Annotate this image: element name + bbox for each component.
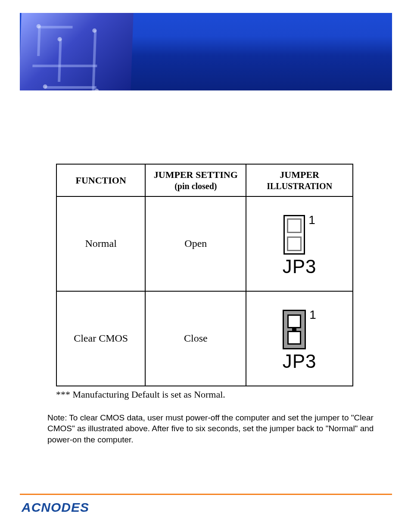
- cell-illustration: 1 JP3: [246, 196, 353, 291]
- jumper-name: JP3: [283, 352, 317, 371]
- cell-function: Clear CMOS: [56, 291, 145, 386]
- col-function-header: FUNCTION: [76, 175, 126, 186]
- jumper-name: JP3: [283, 257, 317, 276]
- default-note: *** Manufacturing Default is set as Norm…: [56, 389, 362, 400]
- pin1-label: 1: [309, 309, 316, 321]
- col-illus-subheader: ILLUSTRATION: [249, 181, 350, 192]
- pcb-image: [20, 13, 134, 90]
- cell-illustration: 1 JP3: [246, 291, 353, 386]
- cell-setting: Open: [145, 196, 246, 291]
- jumper-table: FUNCTION JUMPER SETTING (pin closed) JUM…: [56, 164, 353, 386]
- jumper-open-icon: [283, 215, 305, 255]
- table-row: Normal Open 1 JP3: [56, 196, 353, 291]
- footer-rule: [20, 494, 392, 495]
- pin1-label: 1: [308, 214, 315, 226]
- cell-function: Normal: [56, 196, 145, 291]
- col-setting-header: JUMPER SETTING: [154, 169, 238, 180]
- col-setting-subheader: (pin closed): [148, 181, 243, 192]
- header-banner: [20, 13, 392, 90]
- brand-logo: ACNODES: [22, 500, 89, 515]
- col-illus-header: JUMPER: [280, 169, 319, 180]
- cell-setting: Close: [145, 291, 246, 386]
- cmos-note: Note: To clear CMOS data, user must powe…: [47, 412, 375, 445]
- jumper-closed-icon: [283, 310, 306, 349]
- table-row: Clear CMOS Close 1: [56, 291, 353, 386]
